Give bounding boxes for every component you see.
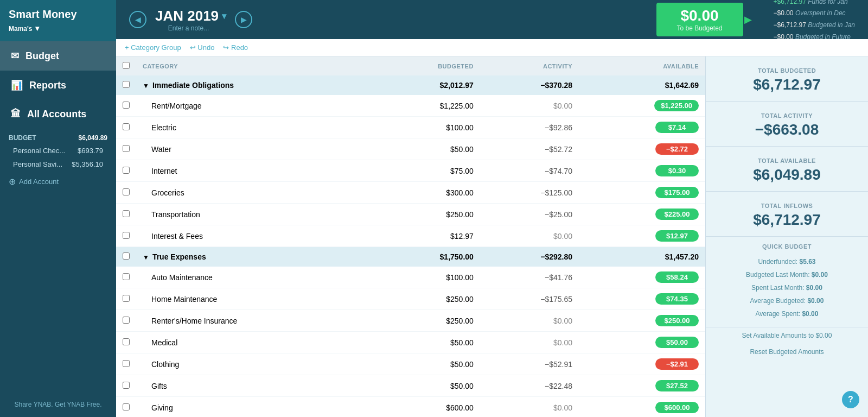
group-activity: −$292.80 [480, 247, 579, 267]
category-checkbox[interactable] [123, 403, 130, 410]
group-name: ▼True Expenses [136, 247, 373, 267]
table-row[interactable]: Electric $100.00 −$92.86 $7.14 [116, 117, 705, 138]
quick-budget-item[interactable]: Average Budgeted: $0.00 [714, 294, 859, 307]
add-category-group-button[interactable]: + Category Group [125, 43, 181, 52]
col-budgeted: BUDGETED [373, 56, 480, 75]
category-budgeted[interactable]: $1,225.00 [373, 95, 480, 117]
category-checkbox[interactable] [123, 317, 130, 324]
category-budgeted[interactable]: $100.00 [373, 117, 480, 138]
nav-reports-label: Reports [29, 80, 66, 91]
table-row[interactable]: Rent/Mortgage $1,225.00 $0.00 $1,225.00 [116, 95, 705, 117]
app-title[interactable]: Smart Money Mama's ▾ [0, 0, 116, 41]
all-accounts-icon: 🏛 [11, 109, 21, 120]
col-category: CATEGORY [136, 56, 373, 75]
category-budgeted[interactable]: $50.00 [373, 375, 480, 397]
content-area: CATEGORY BUDGETED ACTIVITY AVAILABLE ▼Im… [116, 56, 868, 417]
category-activity: $0.00 [480, 332, 579, 353]
note-input[interactable]: Enter a note... [168, 24, 209, 32]
quick-budget-item[interactable]: Spent Last Month: $0.00 [714, 281, 859, 294]
prev-month-button[interactable]: ◀ [129, 11, 146, 28]
group-row[interactable]: ▼True Expenses $1,750.00 −$292.80 $1,457… [116, 247, 705, 267]
category-budgeted[interactable]: $250.00 [373, 288, 480, 310]
category-checkbox[interactable] [123, 382, 130, 389]
table-row[interactable]: Internet $75.00 −$74.70 $0.30 [116, 160, 705, 182]
category-activity: −$41.76 [480, 267, 579, 288]
group-row[interactable]: ▼Immediate Obligations $2,012.97 −$370.2… [116, 75, 705, 95]
total-available-value: $6,049.89 [717, 166, 857, 184]
category-budgeted[interactable]: $50.00 [373, 138, 480, 160]
category-activity: $0.00 [480, 95, 579, 117]
undo-button[interactable]: ↩ Undo [190, 43, 215, 52]
category-budgeted[interactable]: $300.00 [373, 182, 480, 204]
category-available: $27.52 [579, 375, 705, 397]
category-checkbox[interactable] [123, 102, 130, 109]
category-checkbox[interactable] [123, 123, 130, 130]
category-available: $225.00 [579, 204, 705, 225]
category-checkbox[interactable] [123, 273, 130, 280]
category-budgeted[interactable]: $12.97 [373, 225, 480, 247]
category-activity: −$175.65 [480, 288, 579, 310]
category-budgeted[interactable]: $50.00 [373, 332, 480, 353]
group-checkbox[interactable] [123, 81, 130, 88]
next-month-button[interactable]: ▶ [235, 11, 252, 28]
table-row[interactable]: Water $50.00 −$52.72 −$2.72 [116, 138, 705, 160]
total-inflows-section: TOTAL INFLOWS $6,712.97 [706, 192, 868, 237]
table-row[interactable]: Interest & Fees $12.97 $0.00 $12.97 [116, 225, 705, 247]
to-budget-box[interactable]: $0.00 To be Budgeted [656, 3, 743, 36]
category-budgeted[interactable]: $50.00 [373, 353, 480, 375]
group-chevron-icon[interactable]: ▼ [143, 82, 149, 90]
add-icon: ⊕ [9, 176, 16, 187]
category-budgeted[interactable]: $250.00 [373, 310, 480, 332]
category-checkbox[interactable] [123, 295, 130, 302]
account-item-savings[interactable]: Personal Savi... $5,356.10 [0, 157, 116, 171]
month-year-selector[interactable]: JAN 2019 ▾ [155, 8, 226, 24]
table-row[interactable]: Clothing $50.00 −$52.91 −$2.91 [116, 353, 705, 375]
reset-budgeted-link[interactable]: Reset Budgeted Amounts [706, 344, 868, 360]
category-available: $600.00 [579, 397, 705, 418]
category-available: $1,225.00 [579, 95, 705, 117]
table-row[interactable]: Home Maintenance $250.00 −$175.65 $74.35 [116, 288, 705, 310]
category-checkbox[interactable] [123, 360, 130, 367]
budget-table-container[interactable]: CATEGORY BUDGETED ACTIVITY AVAILABLE ▼Im… [116, 56, 705, 417]
quick-budget-item[interactable]: Budgeted Last Month: $0.00 [714, 268, 859, 281]
table-row[interactable]: Auto Maintenance $100.00 −$41.76 $58.24 [116, 267, 705, 288]
to-budget-label: To be Budgeted [667, 24, 732, 32]
category-budgeted[interactable]: $250.00 [373, 204, 480, 225]
table-row[interactable]: Giving $600.00 $0.00 $600.00 [116, 397, 705, 418]
nav-all-accounts-label: All Accounts [27, 109, 86, 120]
category-checkbox[interactable] [123, 167, 130, 174]
category-checkbox[interactable] [123, 188, 130, 195]
group-chevron-icon[interactable]: ▼ [143, 254, 149, 261]
nav-reports[interactable]: 📊 Reports [0, 71, 116, 100]
select-all-checkbox[interactable] [123, 62, 130, 69]
category-activity: −$52.72 [480, 138, 579, 160]
group-checkbox[interactable] [123, 252, 130, 260]
table-row[interactable]: Gifts $50.00 −$22.48 $27.52 [116, 375, 705, 397]
table-row[interactable]: Renter's/Home Insurance $250.00 $0.00 $2… [116, 310, 705, 332]
table-row[interactable]: Medical $50.00 $0.00 $50.00 [116, 332, 705, 353]
category-budgeted[interactable]: $75.00 [373, 160, 480, 182]
quick-budget-item[interactable]: Underfunded: $5.63 [714, 255, 859, 268]
category-checkbox[interactable] [123, 338, 130, 345]
category-available: $7.14 [579, 117, 705, 138]
add-account-button[interactable]: ⊕ Add Account [0, 171, 116, 192]
budget-icon: ✉ [11, 50, 19, 62]
category-activity: −$25.00 [480, 204, 579, 225]
category-checkbox[interactable] [123, 145, 130, 152]
nav-all-accounts[interactable]: 🏛 All Accounts [0, 100, 116, 129]
category-name: Electric [136, 117, 373, 138]
category-activity: $0.00 [480, 310, 579, 332]
account-item-checking[interactable]: Personal Chec... $693.79 [0, 144, 116, 157]
redo-button[interactable]: ↪ Redo [223, 43, 248, 52]
category-checkbox[interactable] [123, 210, 130, 217]
category-checkbox[interactable] [123, 232, 130, 239]
table-row[interactable]: Groceries $300.00 −$125.00 $175.00 [116, 182, 705, 204]
nav-budget[interactable]: ✉ Budget [0, 41, 116, 71]
toolbar: + Category Group ↩ Undo ↪ Redo [116, 39, 868, 56]
help-button[interactable]: ? [842, 391, 859, 408]
quick-budget-item[interactable]: Average Spent: $0.00 [714, 307, 859, 320]
category-budgeted[interactable]: $600.00 [373, 397, 480, 418]
table-row[interactable]: Transportation $250.00 −$25.00 $225.00 [116, 204, 705, 225]
set-available-link[interactable]: Set Available Amounts to $0.00 [706, 327, 868, 344]
category-budgeted[interactable]: $100.00 [373, 267, 480, 288]
